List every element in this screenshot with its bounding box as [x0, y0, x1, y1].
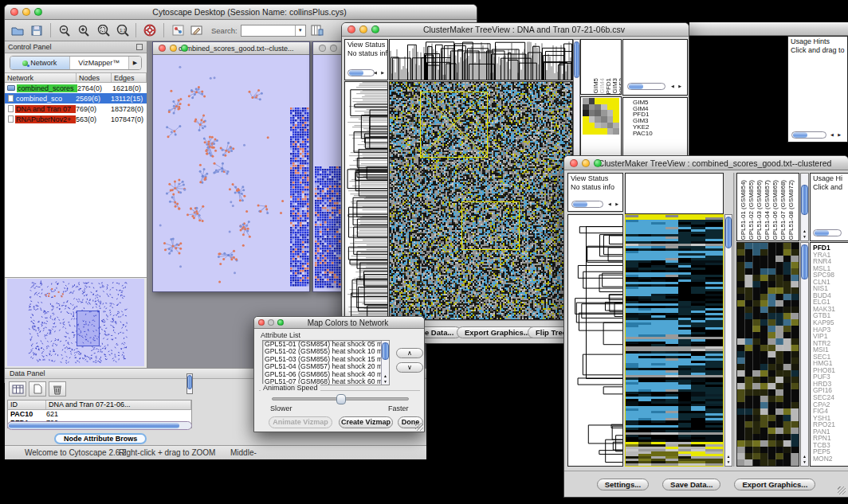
usage-hints-scrollbar[interactable]: [813, 229, 842, 236]
close-button[interactable]: [319, 45, 326, 52]
treeview2-titlebar[interactable]: ClusterMaker TreeView : combined_scores_…: [564, 156, 848, 170]
gene-column-label[interactable]: GIM3: [611, 78, 618, 94]
zoom-out-icon[interactable]: [57, 23, 73, 37]
gene-label[interactable]: MON2: [813, 455, 848, 463]
close-button[interactable]: [258, 319, 265, 326]
network-row[interactable]: RNAPuberNov2+ 563(0) 107847(0): [5, 114, 147, 124]
array-column-label[interactable]: GPL51-07 (GSM868): [779, 180, 786, 240]
gene-column-label[interactable]: GIM5: [592, 78, 599, 94]
attribute-list-scrollbar[interactable]: ▲ ▼: [381, 341, 389, 385]
global-heatmap[interactable]: [389, 81, 573, 320]
zoom-selected-icon[interactable]: [95, 23, 111, 37]
resize-grip[interactable]: [415, 423, 423, 431]
data-column-header[interactable]: DNA and Tran 07-21-06...: [46, 400, 191, 409]
delete-attribute-icon[interactable]: [49, 381, 66, 397]
scroll-down-arrow[interactable]: ▼: [382, 379, 389, 384]
array-column-label[interactable]: GPL51-02 (GSM855): [748, 180, 754, 240]
column-dendrogram-panel[interactable]: [389, 39, 573, 80]
new-attribute-button[interactable]: [29, 381, 46, 397]
node-attribute-browser-button[interactable]: Node Attribute Brows: [54, 433, 147, 444]
minimize-button[interactable]: [268, 319, 274, 326]
scroll-arrows[interactable]: ◀ ▶: [830, 132, 842, 137]
usage-hints-scrollbar[interactable]: [791, 131, 826, 139]
node-palette-icon[interactable]: [170, 23, 186, 37]
labels-vscrollbar[interactable]: ▲ ▼: [800, 173, 809, 241]
animation-speed-slider[interactable]: [272, 397, 409, 400]
treeview2-button[interactable]: Save Data...: [662, 479, 720, 490]
cytoscape-titlebar[interactable]: Cytoscape Desktop (Session Name: collins…: [5, 5, 477, 20]
scroll-down-arrow[interactable]: ▼: [725, 459, 732, 464]
dialog-titlebar[interactable]: Map Colors to Network: [254, 317, 424, 329]
zoom-button[interactable]: [594, 159, 602, 167]
data-column-header[interactable]: ID: [8, 400, 46, 409]
treeview-partial-titlebar[interactable]: [689, 22, 848, 36]
gene-column-label[interactable]: GIM4: [599, 78, 605, 94]
scroll-up-arrow[interactable]: ▲: [801, 229, 808, 233]
move-down-button[interactable]: ∨: [396, 362, 423, 373]
minimize-button[interactable]: [330, 45, 337, 52]
label-scrollbar[interactable]: [627, 83, 665, 90]
global-heatmap[interactable]: [625, 214, 724, 467]
treeview2-button[interactable]: Settings...: [597, 479, 649, 490]
scroll-arrows[interactable]: ◀ ▶: [374, 70, 386, 75]
search-input[interactable]: ▼: [241, 25, 306, 37]
close-button[interactable]: [347, 25, 355, 33]
array-column-label[interactable]: GPL51-04 (GSM857): [764, 180, 770, 240]
column-header[interactable]: Nodes: [77, 73, 112, 82]
select-attributes-button[interactable]: [9, 381, 26, 397]
array-column-label[interactable]: GPL51-08 (GSM872): [787, 180, 794, 240]
float-panel-icon[interactable]: [136, 44, 143, 50]
gene-label[interactable]: PAC10: [633, 131, 687, 137]
scroll-up-arrow[interactable]: ▲: [801, 454, 808, 459]
zoom-in-icon[interactable]: [76, 23, 92, 37]
close-button[interactable]: [10, 8, 18, 16]
panel-tab[interactable]: ▶: [129, 57, 141, 69]
treeview2-button[interactable]: Export Graphics...: [734, 479, 815, 490]
panel-tab[interactable]: Network: [10, 57, 70, 69]
view-status-scrollbar[interactable]: [571, 201, 603, 208]
close-button[interactable]: [570, 159, 578, 167]
panel-tab[interactable]: VizMapper™: [70, 57, 130, 69]
gene-column-label[interactable]: YKE2: [618, 78, 622, 94]
view-status-scrollbar[interactable]: [347, 69, 375, 76]
zoom-button[interactable]: [371, 25, 379, 33]
network-overview-thumbnail[interactable]: [7, 279, 144, 366]
slider-thumb[interactable]: [336, 394, 346, 404]
minimize-button[interactable]: [170, 45, 177, 52]
animate-vizmap-button[interactable]: Animate Vizmap: [269, 416, 332, 428]
network-row[interactable]: combined_scores 2764(0) 16218(0): [5, 83, 147, 93]
row-dendrogram-panel[interactable]: [567, 214, 623, 467]
panel-divider[interactable]: [733, 173, 736, 467]
data-panel-hscrollbar[interactable]: [7, 421, 192, 430]
row-dendrogram-panel[interactable]: [344, 81, 388, 320]
network-row[interactable]: combined_sco 2569(6) 13112(15): [5, 93, 147, 104]
zoom-heatmap-matrix[interactable]: [583, 98, 619, 135]
scroll-up-arrow[interactable]: ▲: [725, 454, 732, 459]
column-mapper-icon[interactable]: [309, 23, 325, 37]
help-lifering-icon[interactable]: [142, 23, 158, 37]
scroll-down-arrow[interactable]: ▼: [801, 234, 808, 239]
scroll-down-arrow[interactable]: ▼: [801, 459, 808, 464]
scroll-up-arrow[interactable]: ▲: [382, 373, 389, 378]
genes-vscrollbar[interactable]: ▲ ▼: [800, 242, 809, 467]
save-icon[interactable]: [29, 23, 45, 37]
network-canvas[interactable]: [153, 55, 309, 291]
scroll-arrows[interactable]: ◀ ▶: [671, 84, 683, 88]
array-column-label[interactable]: GPL51-01 (GSM854): [740, 180, 746, 240]
zoom-button[interactable]: [34, 8, 42, 16]
column-header[interactable]: Edges: [112, 73, 147, 82]
data-table-vscrollbar[interactable]: [186, 373, 193, 394]
treeview1-titlebar[interactable]: ClusterMaker TreeView : DNA and Tran 07-…: [342, 23, 689, 37]
attribute-list[interactable]: GPL51-01 (GSM854) heat shock 05 minGPL51…: [262, 340, 390, 385]
network-view-titlebar[interactable]: combined_scores_good.txt--cluste...: [153, 42, 309, 55]
network-row[interactable]: DNA and Tran 07 769(0) 183728(0): [5, 104, 147, 114]
resize-grip[interactable]: [838, 486, 846, 494]
column-header[interactable]: Network: [5, 73, 77, 82]
zoom-button[interactable]: [181, 45, 188, 52]
minimize-button[interactable]: [582, 159, 590, 167]
close-button[interactable]: [159, 45, 166, 52]
create-vizmap-button[interactable]: Create Vizmap: [339, 416, 393, 428]
zoom-heatmap[interactable]: [736, 242, 799, 467]
search-dropdown-arrow[interactable]: ▼: [295, 25, 305, 36]
zoom-button[interactable]: [277, 319, 284, 326]
